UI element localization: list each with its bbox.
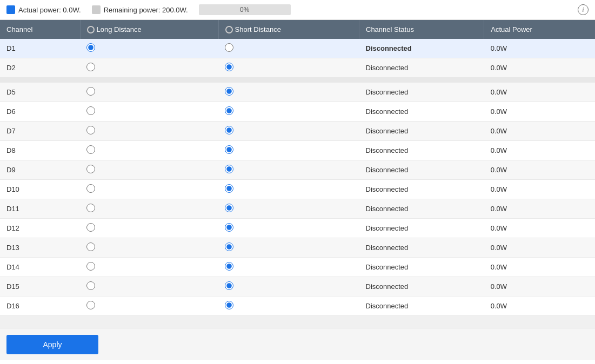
channel-label-d10: D10 xyxy=(0,180,80,199)
short-distance-radio-d10[interactable] xyxy=(218,180,359,199)
short-distance-radio-d16[interactable] xyxy=(218,296,359,316)
actual-power-d11: 0.0W xyxy=(484,199,595,219)
channel-status-d12: Disconnected xyxy=(359,219,484,238)
empty-row xyxy=(0,316,595,328)
separator-row xyxy=(0,78,595,83)
long-distance-header-radio xyxy=(87,26,95,33)
table-row: D1Disconnected0.0W xyxy=(0,39,595,58)
long-distance-radio-d5[interactable] xyxy=(80,83,218,102)
column-header-channel-status: Channel Status xyxy=(359,20,484,39)
actual-power-d13: 0.0W xyxy=(484,238,595,258)
long-distance-radio-d7[interactable] xyxy=(80,122,218,141)
long-distance-radio-d14[interactable] xyxy=(80,258,218,277)
long-distance-radio-d8[interactable] xyxy=(80,141,218,160)
long-distance-radio-d9[interactable] xyxy=(80,160,218,180)
channel-label-d14: D14 xyxy=(0,258,80,277)
channel-label-d15: D15 xyxy=(0,277,80,296)
actual-power-d9: 0.0W xyxy=(484,160,595,180)
top-bar: Actual power: 0.0W. Remaining power: 200… xyxy=(0,0,595,20)
table-row: D2Disconnected0.0W xyxy=(0,58,595,78)
short-distance-radio-d13[interactable] xyxy=(218,238,359,258)
table-row: D8Disconnected0.0W xyxy=(0,141,595,160)
column-header-long-distance: Long Distance xyxy=(80,20,218,39)
channel-label-d5: D5 xyxy=(0,83,80,102)
actual-power-label: Actual power: 0.0W. xyxy=(18,6,81,14)
actual-power-dot xyxy=(6,5,15,14)
channel-status-d2: Disconnected xyxy=(359,58,484,78)
long-distance-radio-d6[interactable] xyxy=(80,102,218,122)
channel-label-d7: D7 xyxy=(0,122,80,141)
column-header-actual-power: Actual Power xyxy=(484,20,595,39)
table-row: D6Disconnected0.0W xyxy=(0,102,595,122)
long-distance-radio-d16[interactable] xyxy=(80,296,218,316)
actual-power-d8: 0.0W xyxy=(484,141,595,160)
channel-status-d16: Disconnected xyxy=(359,296,484,316)
short-distance-radio-d15[interactable] xyxy=(218,277,359,296)
channel-status-d1: Disconnected xyxy=(359,39,484,58)
channel-label-d8: D8 xyxy=(0,141,80,160)
short-distance-radio-d5[interactable] xyxy=(218,83,359,102)
long-distance-radio-d12[interactable] xyxy=(80,219,218,238)
bottom-bar: Apply xyxy=(0,328,595,360)
channel-status-d9: Disconnected xyxy=(359,160,484,180)
short-distance-radio-d14[interactable] xyxy=(218,258,359,277)
short-distance-radio-d12[interactable] xyxy=(218,219,359,238)
info-icon[interactable]: i xyxy=(578,4,589,15)
short-distance-radio-d6[interactable] xyxy=(218,102,359,122)
channel-status-d7: Disconnected xyxy=(359,122,484,141)
actual-power-d12: 0.0W xyxy=(484,219,595,238)
channel-status-d8: Disconnected xyxy=(359,141,484,160)
table-row: D10Disconnected0.0W xyxy=(0,180,595,199)
column-header-channel: Channel xyxy=(0,20,80,39)
actual-power-indicator: Actual power: 0.0W. xyxy=(6,5,81,14)
actual-power-d16: 0.0W xyxy=(484,296,595,316)
apply-button[interactable]: Apply xyxy=(6,335,98,354)
table-header-row: Channel Long Distance Short Distance Cha… xyxy=(0,20,595,39)
column-header-short-distance: Short Distance xyxy=(218,20,359,39)
table-row: D7Disconnected0.0W xyxy=(0,122,595,141)
channel-label-d6: D6 xyxy=(0,102,80,122)
short-distance-radio-d7[interactable] xyxy=(218,122,359,141)
actual-power-d10: 0.0W xyxy=(484,180,595,199)
long-distance-radio-d13[interactable] xyxy=(80,238,218,258)
channel-status-d10: Disconnected xyxy=(359,180,484,199)
table-container: Channel Long Distance Short Distance Cha… xyxy=(0,20,595,328)
short-distance-radio-d1[interactable] xyxy=(218,39,359,58)
table-row: D15Disconnected0.0W xyxy=(0,277,595,296)
channel-status-d6: Disconnected xyxy=(359,102,484,122)
actual-power-d1: 0.0W xyxy=(484,39,595,58)
actual-power-d6: 0.0W xyxy=(484,102,595,122)
actual-power-d14: 0.0W xyxy=(484,258,595,277)
short-distance-radio-d11[interactable] xyxy=(218,199,359,219)
actual-power-d2: 0.0W xyxy=(484,58,595,78)
long-distance-radio-d11[interactable] xyxy=(80,199,218,219)
short-distance-radio-d9[interactable] xyxy=(218,160,359,180)
channel-label-d11: D11 xyxy=(0,199,80,219)
table-row: D12Disconnected0.0W xyxy=(0,219,595,238)
progress-bar-label: 0% xyxy=(240,6,249,14)
table-row: D9Disconnected0.0W xyxy=(0,160,595,180)
channel-status-d14: Disconnected xyxy=(359,258,484,277)
channel-table: Channel Long Distance Short Distance Cha… xyxy=(0,20,595,328)
table-row: D5Disconnected0.0W xyxy=(0,83,595,102)
short-distance-radio-d8[interactable] xyxy=(218,141,359,160)
channel-status-d15: Disconnected xyxy=(359,277,484,296)
progress-bar-container: 0% xyxy=(199,4,291,15)
actual-power-d5: 0.0W xyxy=(484,83,595,102)
long-distance-radio-d1[interactable] xyxy=(80,39,218,58)
long-distance-radio-d15[interactable] xyxy=(80,277,218,296)
channel-status-d5: Disconnected xyxy=(359,83,484,102)
channel-label-d2: D2 xyxy=(0,58,80,78)
table-row: D16Disconnected0.0W xyxy=(0,296,595,316)
table-row: D13Disconnected0.0W xyxy=(0,238,595,258)
long-distance-radio-d10[interactable] xyxy=(80,180,218,199)
remaining-power-label: Remaining power: 200.0W. xyxy=(104,6,188,14)
long-distance-radio-d2[interactable] xyxy=(80,58,218,78)
remaining-power-indicator: Remaining power: 200.0W. xyxy=(92,5,188,14)
channel-label-d16: D16 xyxy=(0,296,80,316)
channel-status-d11: Disconnected xyxy=(359,199,484,219)
table-body: D1Disconnected0.0WD2Disconnected0.0WD5Di… xyxy=(0,39,595,328)
remaining-power-dot xyxy=(92,5,101,14)
actual-power-d7: 0.0W xyxy=(484,122,595,141)
short-distance-radio-d2[interactable] xyxy=(218,58,359,78)
